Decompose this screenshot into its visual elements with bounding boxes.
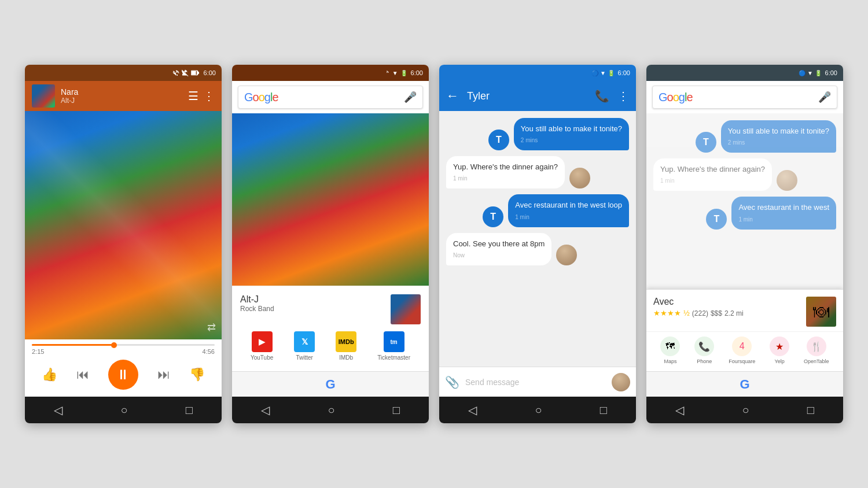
google-logo-2: Google <box>244 91 278 104</box>
bg-msg-row-1: T You still able to make it tonite? 2 mi… <box>653 120 836 153</box>
search-bar-2[interactable]: Google 🎤 <box>238 86 423 109</box>
message-row-3: T Avec restaurant in the west loop 1 min <box>446 194 629 227</box>
back-nav-3[interactable]: ◁ <box>468 403 477 417</box>
back-icon-3[interactable]: ← <box>446 88 459 103</box>
action-opentable[interactable]: 🍴 OpenTable <box>804 337 829 364</box>
band-name: Alt-J <box>240 294 391 305</box>
action-maps[interactable]: 🗺 Maps <box>660 337 680 364</box>
queue-icon[interactable]: ☰ <box>188 89 198 103</box>
back-nav-2[interactable]: ◁ <box>261 403 270 417</box>
ticketmaster-label: Ticketmaster <box>377 354 410 361</box>
recents-nav-1[interactable]: □ <box>186 404 193 417</box>
bubble-text-3: Avec restaurant in the west loop <box>515 200 622 210</box>
youtube-icon: ▶ <box>252 331 273 352</box>
nav-bar-2: ◁ ○ □ <box>232 397 429 423</box>
msg-input-bar: 📎 Send message <box>439 367 636 397</box>
status-icons-2: ▼ 🔋 <box>383 69 407 76</box>
opentable-label: OpenTable <box>804 358 829 364</box>
band-link-twitter[interactable]: 𝕏 Twitter <box>294 331 315 361</box>
bg-avatar-2 <box>777 170 797 191</box>
msg-input[interactable]: Send message <box>465 378 606 387</box>
google-footer-4[interactable]: G <box>646 371 843 397</box>
status-bar-4: 🔵 ▼ 🔋 6:00 <box>646 65 843 81</box>
total-time: 4:56 <box>203 348 215 355</box>
bg-msg-row-3: T Avec restaurant in the west 1 min <box>653 197 836 229</box>
band-link-imdb[interactable]: IMDb IMDb <box>336 331 356 361</box>
band-type: Rock Band <box>240 305 391 313</box>
shuffle-icon[interactable]: ⇄ <box>207 321 216 334</box>
recents-nav-3[interactable]: □ <box>600 404 607 417</box>
status-bar-1: 6:00 <box>25 65 222 81</box>
restaurant-card-header: Avec ★★★★½ (222) $$$ 2.2 mi 🍽 <box>646 290 843 331</box>
bg-bubble-2: Yup. Where's the dinner again? 1 min <box>653 158 772 191</box>
home-nav-4[interactable]: ○ <box>742 404 749 417</box>
band-card-header: Alt-J Rock Band <box>240 294 421 324</box>
time-labels: 2:15 4:56 <box>32 348 215 355</box>
bg-bubble-time-1: 2 mins <box>728 139 829 147</box>
attach-icon[interactable]: 📎 <box>445 375 459 389</box>
song-title: Nara <box>61 87 188 97</box>
progress-track[interactable] <box>32 344 215 346</box>
band-link-ticketmaster[interactable]: tm Ticketmaster <box>377 331 410 361</box>
thumbdown-icon[interactable]: 👎 <box>189 367 205 382</box>
recents-nav-2[interactable]: □ <box>393 404 400 417</box>
band-link-youtube[interactable]: ▶ YouTube <box>251 331 273 361</box>
recents-nav-4[interactable]: □ <box>807 404 814 417</box>
restaurant-rating: ★★★★½ (222) $$$ 2.2 mi <box>653 309 800 317</box>
progress-bar-container: 2:15 4:56 <box>25 339 222 355</box>
messages-area-overlay: T You still able to make it tonite? 2 mi… <box>646 113 843 371</box>
phone-google: ▼ 🔋 6:00 Google 🎤 Alt-J Rock Band <box>232 65 429 423</box>
google-g-icon-2: G <box>322 376 339 393</box>
status-bar-3: 🔵 ▼ 🔋 6:00 <box>439 65 636 81</box>
half-star-icon: ½ <box>683 309 690 317</box>
album-art-bg <box>25 111 222 339</box>
bg-bubble-time-2: 1 min <box>660 177 765 185</box>
message-row-4: Cool. See you there at 8pm Now <box>446 233 629 265</box>
home-nav-3[interactable]: ○ <box>535 404 542 417</box>
band-links: ▶ YouTube 𝕏 Twitter IMDb IMDb tm Ticketm… <box>240 331 421 361</box>
mic-icon-4[interactable]: 🎤 <box>818 91 831 103</box>
restaurant-info: Avec ★★★★½ (222) $$$ 2.2 mi <box>653 297 800 317</box>
home-nav-2[interactable]: ○ <box>328 404 334 417</box>
back-nav-1[interactable]: ◁ <box>54 403 62 417</box>
twitter-icon: 𝕏 <box>294 331 315 352</box>
bubble-text-2: Yup. Where's the dinner again? <box>453 162 558 172</box>
phone-messaging: 🔵 ▼ 🔋 6:00 ← Tyler 📞 ⋮ T You still able … <box>439 65 636 423</box>
bg-bubble-3: Avec restaurant in the west 1 min <box>731 197 836 229</box>
status-time-3: 6:00 <box>618 69 630 76</box>
home-nav-1[interactable]: ○ <box>120 404 127 417</box>
avatar-sender-3: T <box>483 206 503 227</box>
back-nav-4[interactable]: ◁ <box>675 403 684 417</box>
thumbup-icon[interactable]: 👍 <box>42 367 57 382</box>
music-app-bar: Nara Alt-J ☰ ⋮ <box>25 81 222 111</box>
more-icon[interactable]: ⋮ <box>203 89 215 103</box>
play-pause-button[interactable]: ⏸ <box>108 360 138 390</box>
more-msg-icon[interactable]: ⋮ <box>617 89 629 103</box>
bubble-3: Avec restaurant in the west loop 1 min <box>508 194 629 227</box>
bg-bubble-text-3: Avec restaurant in the west <box>738 202 829 213</box>
restaurant-card: Avec ★★★★½ (222) $$$ 2.2 mi 🍽 � <box>646 289 843 371</box>
action-yelp[interactable]: ★ Yelp <box>770 337 789 364</box>
nav-bar-1: ◁ ○ □ <box>25 397 222 423</box>
prev-icon[interactable]: ⏮ <box>76 367 89 382</box>
phone-music: 6:00 Nara Alt-J ☰ ⋮ ⇄ 2:15 4:56 <box>25 65 222 423</box>
google-logo-4: Google <box>659 91 693 104</box>
foursquare-icon: 4 <box>732 337 752 356</box>
bubble-time-1: 2 mins <box>521 136 622 145</box>
phone-call-icon[interactable]: 📞 <box>595 89 609 103</box>
twitter-label: Twitter <box>296 354 312 361</box>
avatar-receiver-4 <box>556 245 577 265</box>
search-bar-4[interactable]: Google 🎤 <box>652 86 837 109</box>
action-phone[interactable]: 📞 Phone <box>694 337 714 364</box>
mic-icon-2[interactable]: 🎤 <box>404 91 417 103</box>
next-icon[interactable]: ⏭ <box>157 367 170 382</box>
msg-actions: 📞 ⋮ <box>595 89 629 103</box>
action-foursquare[interactable]: 4 Foursquare <box>729 337 755 364</box>
google-g-icon-4: G <box>737 376 753 393</box>
contact-name: Tyler <box>467 90 595 102</box>
album-art-small <box>32 84 55 108</box>
google-footer-2[interactable]: G <box>232 371 429 397</box>
bg-avatar-3: T <box>706 209 727 230</box>
app-bar-icons: ☰ ⋮ <box>188 89 215 103</box>
status-icons-4: 🔵 ▼ 🔋 <box>799 70 821 76</box>
